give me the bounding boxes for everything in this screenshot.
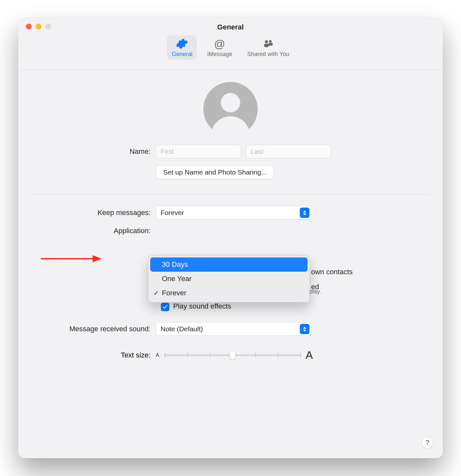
titlebar: General: [18, 18, 443, 34]
tab-imessage[interactable]: @ iMessage: [203, 35, 237, 60]
menu-option-label: One Year: [162, 275, 192, 283]
text-size-label: Text size:: [31, 351, 156, 359]
svg-rect-3: [268, 43, 273, 46]
at-icon: @: [214, 38, 226, 50]
message-sound-label: Message received sound:: [31, 325, 156, 333]
slider-knob[interactable]: [229, 351, 236, 360]
tab-shared-with-you[interactable]: Shared with You: [242, 35, 294, 60]
keep-messages-option[interactable]: 30 Days: [150, 257, 308, 272]
stepper-icon: [300, 208, 309, 218]
svg-rect-2: [264, 44, 269, 47]
section-divider: [31, 194, 430, 194]
svg-point-1: [269, 40, 272, 43]
avatar[interactable]: [203, 82, 258, 136]
keep-messages-option[interactable]: One Year: [150, 272, 308, 286]
text-size-slider[interactable]: [164, 354, 300, 356]
annotation-arrow-icon: [41, 253, 102, 264]
obscured-text-fragment: ed: [311, 283, 319, 291]
obscured-text-fragment: own contacts: [311, 268, 353, 276]
preferences-window: General General @ iMessage Shared with Y…: [18, 18, 443, 458]
help-button[interactable]: ?: [422, 437, 433, 448]
preferences-toolbar: General @ iMessage Shared with You: [18, 34, 443, 70]
text-size-max-icon: A: [306, 349, 313, 361]
check-icon: ✓: [153, 289, 159, 297]
stepper-icon: [300, 324, 309, 334]
keep-messages-label: Keep messages:: [31, 209, 156, 217]
svg-point-0: [265, 40, 268, 43]
play-sound-effects-label: Play sound effects: [173, 302, 231, 311]
tab-label: Shared with You: [247, 51, 289, 58]
avatar-placeholder-icon: [221, 93, 240, 112]
slider-tick: [278, 353, 278, 358]
tab-general[interactable]: General: [167, 35, 197, 60]
svg-marker-5: [93, 255, 102, 262]
gear-icon: [176, 38, 188, 50]
application-label: Application:: [31, 227, 156, 235]
tab-label: iMessage: [207, 51, 232, 58]
setup-name-photo-button[interactable]: Set up Name and Photo Sharing...: [156, 165, 274, 179]
tab-label: General: [172, 51, 192, 58]
check-icon: [163, 304, 168, 310]
keep-messages-value: Forever: [161, 209, 184, 217]
slider-tick: [300, 353, 301, 358]
people-icon: [263, 38, 274, 50]
keep-messages-option[interactable]: ✓Forever: [150, 286, 308, 300]
text-size-min-icon: A: [156, 352, 159, 358]
minimize-window-button[interactable]: [36, 24, 41, 29]
window-title: General: [18, 23, 443, 31]
content-area: Name: First Last Set up Name and Photo S…: [18, 70, 443, 371]
keep-messages-select[interactable]: Forever: [156, 206, 311, 220]
message-sound-value: Note (Default): [161, 325, 203, 333]
message-sound-select[interactable]: Note (Default): [156, 322, 311, 336]
first-name-input[interactable]: First: [156, 145, 241, 158]
avatar-placeholder-icon: [211, 116, 250, 136]
close-window-button[interactable]: [26, 24, 32, 29]
zoom-window-button[interactable]: [45, 24, 51, 29]
window-controls: [26, 24, 51, 29]
slider-tick: [187, 353, 188, 358]
name-label: Name:: [31, 147, 156, 156]
menu-option-label: Forever: [162, 289, 186, 297]
slider-tick: [255, 353, 256, 358]
last-name-input[interactable]: Last: [246, 145, 331, 158]
menu-option-label: 30 Days: [162, 260, 188, 269]
slider-tick: [164, 353, 165, 358]
play-sound-effects-checkbox[interactable]: [161, 303, 169, 311]
slider-tick: [210, 353, 210, 358]
keep-messages-menu: 30 DaysOne Year✓Forever: [148, 255, 310, 302]
